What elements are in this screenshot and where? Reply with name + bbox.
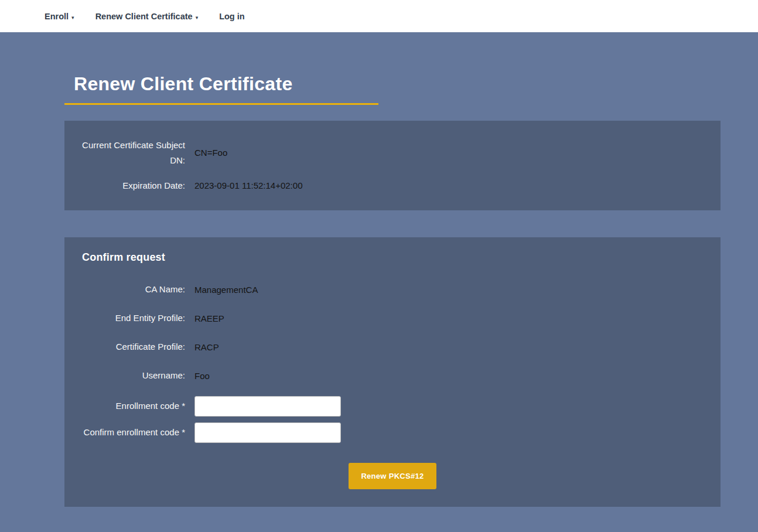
expiration-date-row: Expiration Date: 2023-09-01 11:52:14+02:… (82, 173, 703, 199)
confirm-enrollment-code-input[interactable] (194, 422, 341, 443)
confirm-request-title: Confirm request (82, 251, 703, 264)
caret-down-icon: ▾ (196, 15, 199, 21)
enrollment-code-label: Enrollment code * (82, 398, 185, 414)
page-title: Renew Client Certificate (64, 73, 378, 95)
enrollment-code-field-wrap (194, 396, 703, 417)
nav-item-renew-client-certificate[interactable]: Renew Client Certificate ▾ (95, 12, 199, 21)
nav-item-enroll[interactable]: Enroll ▾ (45, 12, 74, 21)
end-entity-profile-value: RAEEP (194, 312, 703, 325)
subject-dn-row: Current Certificate Subject DN: CN=Foo (82, 132, 703, 173)
username-row: Username: Foo (82, 362, 703, 390)
username-value: Foo (194, 370, 703, 382)
page-title-underline: Renew Client Certificate (64, 73, 378, 105)
nav-item-log-in[interactable]: Log in (219, 12, 245, 21)
subject-dn-label: Current Certificate Subject DN: (82, 138, 185, 168)
certificate-info-panel: Current Certificate Subject DN: CN=Foo E… (64, 121, 721, 210)
nav-item-login-label: Log in (219, 12, 245, 21)
certificate-profile-label: Certificate Profile: (82, 339, 185, 354)
top-nav: Enroll ▾ Renew Client Certificate ▾ Log … (0, 0, 758, 32)
button-row: Renew PKCS#12 (82, 463, 703, 489)
caret-down-icon: ▾ (71, 15, 74, 21)
renew-pkcs12-button[interactable]: Renew PKCS#12 (349, 463, 436, 489)
confirm-enrollment-code-field-wrap (194, 422, 703, 443)
ca-name-label: CA Name: (82, 282, 185, 297)
confirm-enrollment-code-row: Confirm enrollment code * (82, 422, 703, 443)
expiration-date-value: 2023-09-01 11:52:14+02:00 (194, 179, 703, 192)
main-content: Renew Client Certificate Current Certifi… (0, 73, 758, 507)
ca-name-row: CA Name: ManagementCA (82, 275, 703, 304)
enrollment-code-input[interactable] (194, 396, 341, 417)
end-entity-profile-row: End Entity Profile: RAEEP (82, 304, 703, 333)
certificate-profile-value: RACP (194, 341, 703, 353)
certificate-profile-row: Certificate Profile: RACP (82, 333, 703, 362)
expiration-date-label: Expiration Date: (82, 178, 185, 193)
nav-item-enroll-label: Enroll (45, 12, 69, 21)
confirm-request-panel: Confirm request CA Name: ManagementCA En… (64, 237, 721, 507)
confirm-enrollment-code-label: Confirm enrollment code * (82, 425, 185, 440)
ca-name-value: ManagementCA (194, 284, 703, 296)
enrollment-code-row: Enrollment code * (82, 396, 703, 417)
nav-item-renew-label: Renew Client Certificate (95, 12, 193, 21)
username-label: Username: (82, 368, 185, 383)
subject-dn-value: CN=Foo (194, 146, 703, 159)
end-entity-profile-label: End Entity Profile: (82, 311, 185, 326)
